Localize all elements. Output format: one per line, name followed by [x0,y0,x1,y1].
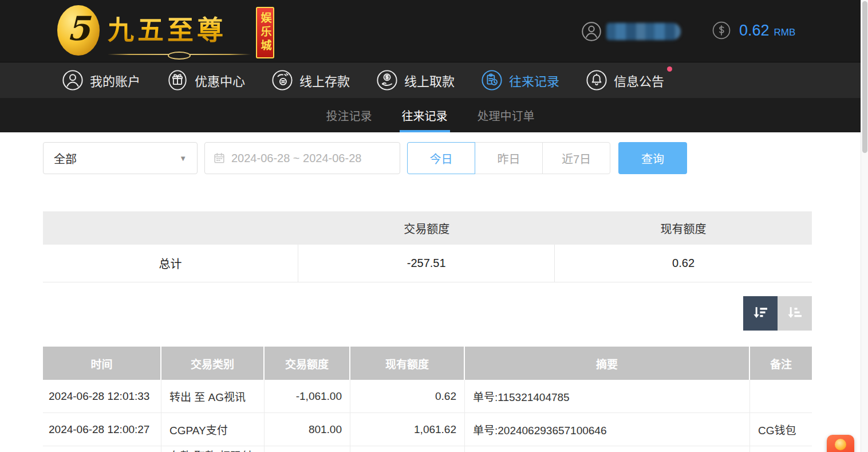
nav-label: 优惠中心 [195,71,245,89]
cell-note [750,446,812,452]
nav-label: 信息公告 [614,71,664,89]
brand-text-wrap: 九五至尊 [108,9,251,58]
summary-total-label: 总计 [43,245,298,282]
tab-label: 投注记录 [326,107,372,124]
summary-header-row: 交易额度 现有额度 [43,211,812,245]
category-select[interactable]: 全部 ▼ [43,142,198,174]
tab-pending-orders[interactable]: 处理中订单 [476,98,536,132]
notification-dot [667,66,672,72]
quick-last7days-button[interactable]: 近7日 [542,142,610,174]
summary-header-transaction: 交易额度 [298,211,555,245]
balance-display[interactable]: 0.62 RMB [712,21,795,40]
quick-today-button[interactable]: 今日 [407,142,475,174]
cell-summary: 单号:115321404785 [465,380,750,412]
nav-item-announcements[interactable]: 信息公告 [586,69,664,91]
date-range-value: 2024-06-28 ~ 2024-06-28 [231,152,361,165]
table-row: 存款/取款(扫码付 [43,446,812,452]
table-header-row: 时间 交易类别 交易额度 现有额度 摘要 备注 [43,347,812,380]
table-row: 2024-06-28 12:01:33 转出 至 AG视讯 -1,061.00 … [43,380,812,413]
sort-asc-button[interactable] [778,296,812,331]
cell-category: 存款/取款(扫码付 [161,446,265,452]
table-row: 2024-06-28 12:00:27 CGPAY支付 801.00 1,061… [43,413,812,446]
record-subtabs: 投注记录 往来记录 处理中订单 [0,98,861,132]
brand-glyph: 5 [67,9,90,48]
sort-desc-button[interactable] [743,296,778,331]
search-button[interactable]: 查询 [618,142,687,174]
red-packet-icon[interactable] [827,435,854,452]
content-area: 全部 ▼ 2024-06-28 ~ 2024-06-28 今日 昨日 [0,142,861,452]
sort-controls [43,296,812,331]
summary-total-transaction: -257.51 [298,245,555,282]
cell-balance: 0.62 [350,380,465,412]
nav-label: 线上存款 [299,71,350,89]
dollar-icon [712,21,731,40]
quick-label: 近7日 [562,150,591,167]
summary-total-balance: 0.62 [555,245,812,282]
nav-item-deposit[interactable]: 线上存款 [271,69,350,91]
nav-item-my-account[interactable]: 我的账户 [62,69,140,91]
tab-label: 往来记录 [402,107,448,124]
brand-logo[interactable]: 5 九五至尊 娱乐城 [57,5,274,58]
gift-icon [167,69,188,91]
brand-name: 九五至尊 [108,9,251,46]
nav-label: 线上取款 [404,71,455,89]
cell-summary [465,446,750,452]
active-tab-underline [400,130,450,132]
tab-bet-records[interactable]: 投注记录 [325,98,373,132]
balance-currency: RMB [774,27,796,38]
user-icon [62,69,84,91]
transactions-table: 时间 交易类别 交易额度 现有额度 摘要 备注 2024-06-28 12:01… [43,347,812,452]
calendar-icon [213,152,226,164]
bell-icon [586,69,607,91]
col-header-balance: 现有额度 [350,347,465,380]
col-header-note: 备注 [750,347,812,380]
nav-label: 我的账户 [90,71,140,89]
quick-label: 今日 [430,150,453,167]
quick-range-group: 今日 昨日 近7日 [407,142,610,174]
balance-amount: 0.62 [739,22,770,40]
cell-time: 2024-06-28 12:01:33 [43,380,161,412]
col-header-category: 交易类别 [161,347,265,380]
quick-yesterday-button[interactable]: 昨日 [475,142,543,174]
cell-category: 转出 至 AG视讯 [161,380,265,412]
avatar-icon [581,21,602,42]
top-header: 5 九五至尊 娱乐城 0.62 RMB [0,0,861,62]
page: 5 九五至尊 娱乐城 0.62 RMB [0,0,861,452]
username-redacted [606,23,681,40]
nav-item-promotions[interactable]: 优惠中心 [167,69,245,91]
brand-flourish [108,51,251,58]
cell-time [43,446,161,452]
summary-header-balance: 现有额度 [555,211,812,245]
brand-badge: 娱乐城 [256,7,274,58]
nav-item-records[interactable]: 往来记录 [481,69,559,91]
tab-label: 处理中订单 [478,107,535,124]
summary-table: 交易额度 现有额度 总计 -257.51 0.62 [43,211,812,282]
main-nav: 我的账户 优惠中心 线上存款 [0,62,861,98]
cell-balance: 1,061.62 [350,413,465,446]
date-range-input[interactable]: 2024-06-28 ~ 2024-06-28 [204,142,400,174]
cell-note [750,380,812,412]
tab-transaction-records[interactable]: 往来记录 [401,98,449,132]
col-header-time: 时间 [43,347,161,380]
user-account[interactable] [581,21,681,42]
cell-summary: 单号:202406293657100646 [465,413,750,446]
cell-time: 2024-06-28 12:00:27 [43,413,161,446]
cell-category: CGPAY支付 [161,413,265,446]
brand-logo-icon: 5 [57,5,100,56]
cell-amount: -1,061.00 [265,380,350,412]
scrollbar-thumb[interactable] [862,1,867,153]
col-header-amount: 交易额度 [265,347,350,380]
nav-item-withdraw[interactable]: 线上取款 [376,69,455,91]
cell-balance [350,446,465,452]
category-select-value: 全部 [54,150,77,167]
cell-amount: 801.00 [265,413,350,446]
col-header-summary: 摘要 [465,347,750,380]
page-scrollbar [861,0,868,452]
nav-label: 往来记录 [509,71,559,89]
summary-header-empty [43,211,298,245]
filter-row: 全部 ▼ 2024-06-28 ~ 2024-06-28 今日 昨日 [43,142,812,174]
cell-amount [265,446,350,452]
sort-desc-icon [751,304,770,323]
withdraw-icon [376,69,398,91]
quick-label: 昨日 [498,150,520,167]
